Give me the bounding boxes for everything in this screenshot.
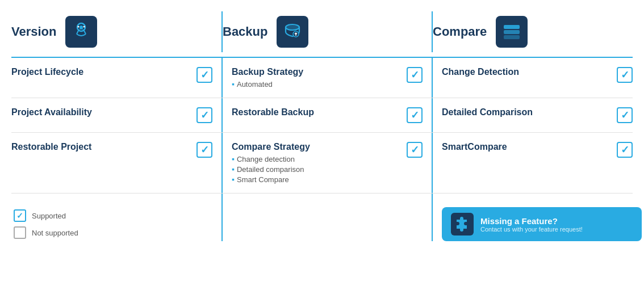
feature-restorable-project: Restorable Project: [11, 142, 212, 158]
checkbox-checked: [196, 107, 212, 123]
checkbox-checked: [196, 67, 212, 83]
feature-backup-strategy: Backup Strategy Automated: [232, 67, 423, 89]
svg-rect-13: [504, 35, 520, 39]
missing-feature-text: Missing a Feature? Contact us with your …: [480, 216, 583, 233]
feature-label: Backup Strategy: [232, 67, 303, 77]
legend-checked-icon: [14, 209, 26, 222]
feature-project-lifecycle: Project Lifecycle: [11, 67, 212, 83]
checkbox-checked: [617, 142, 633, 158]
version-icon: [65, 16, 97, 48]
feature-label: Change Detection: [442, 67, 610, 77]
backup-icon: [277, 16, 308, 48]
feature-detailed-comparison: Detailed Comparison: [442, 107, 633, 123]
feature-change-detection: Change Detection: [442, 67, 633, 83]
feature-label: Project Lifecycle: [11, 67, 190, 77]
backup-header: Backup: [221, 11, 432, 52]
sub-item-1: Detailed comparison: [232, 165, 400, 174]
feature-subitems: Change detection Detailed comparison Sma…: [232, 154, 400, 184]
compare-col-1: Change Detection: [432, 58, 642, 98]
svg-point-1: [80, 26, 83, 29]
compare-bottom: Missing a Feature? Contact us with your …: [432, 194, 642, 241]
checkbox-checked: [407, 142, 423, 158]
compare-header: Compare: [432, 11, 642, 52]
header-row: Version Backup: [11, 11, 633, 58]
checkbox-checked: [617, 67, 633, 83]
checkbox-checked: [196, 142, 212, 158]
legend-supported: Supported: [14, 209, 221, 222]
feature-label: Project Availability: [11, 107, 190, 117]
version-header: Version: [11, 11, 221, 52]
body-row-2: Project Availability Restorable Backup D…: [11, 98, 633, 133]
feature-smart-compare: SmartCompare: [442, 142, 633, 158]
feature-label: Compare Strategy: [232, 142, 310, 152]
version-header-title: Version: [11, 24, 56, 39]
feature-compare-strategy: Compare Strategy Change detection Detail…: [232, 142, 423, 184]
svg-point-8: [286, 24, 299, 30]
backup-col-3: Compare Strategy Change detection Detail…: [221, 133, 432, 193]
missing-feature-subtitle: Contact us with your feature request!: [480, 226, 583, 233]
sub-item-2: Smart Compare: [232, 175, 400, 184]
legend-section: Supported Not supported: [11, 194, 221, 241]
missing-feature-title: Missing a Feature?: [480, 216, 583, 226]
checkbox-checked: [407, 67, 423, 83]
compare-col-2: Detailed Comparison: [432, 98, 642, 132]
feature-label: Restorable Backup: [232, 107, 400, 117]
version-col-2: Project Availability: [11, 98, 221, 132]
legend-not-supported-label: Not supported: [32, 229, 78, 237]
version-col-3: Restorable Project: [11, 133, 221, 193]
svg-point-5: [83, 26, 85, 28]
sub-item-0: Change detection: [232, 154, 400, 163]
legend-supported-label: Supported: [32, 212, 66, 220]
feature-project-availability: Project Availability: [11, 107, 212, 123]
backup-col-1: Backup Strategy Automated: [221, 58, 432, 98]
feature-restorable-backup: Restorable Backup: [232, 107, 423, 123]
bottom-row: Supported Not supported Missing a Featur…: [11, 194, 633, 241]
feature-label: SmartCompare: [442, 142, 610, 152]
compare-col-3: SmartCompare: [432, 133, 642, 193]
sub-item: Automated: [232, 79, 400, 89]
puzzle-icon: [451, 213, 474, 235]
compare-header-title: Compare: [433, 24, 487, 39]
checkbox-checked: [407, 107, 423, 123]
feature-label: Restorable Project: [11, 142, 190, 152]
legend: Supported Not supported: [11, 209, 221, 239]
svg-rect-11: [504, 25, 520, 29]
svg-rect-12: [504, 30, 520, 34]
feature-label: Detailed Comparison: [442, 107, 610, 117]
legend-empty-icon: [14, 226, 26, 239]
feature-subitems: Automated: [232, 79, 400, 89]
legend-not-supported: Not supported: [14, 226, 221, 239]
missing-feature-banner[interactable]: Missing a Feature? Contact us with your …: [442, 207, 642, 241]
version-col-1: Project Lifecycle: [11, 58, 221, 98]
backup-header-title: Backup: [223, 24, 267, 39]
backup-bottom: [221, 194, 432, 241]
backup-col-2: Restorable Backup: [221, 98, 432, 132]
checkbox-checked: [617, 107, 633, 123]
body-row-3: Restorable Project Compare Strategy Chan…: [11, 133, 633, 194]
svg-point-4: [78, 26, 80, 28]
compare-icon: [496, 16, 528, 48]
body-row-1: Project Lifecycle Backup Strategy Automa…: [11, 58, 633, 98]
